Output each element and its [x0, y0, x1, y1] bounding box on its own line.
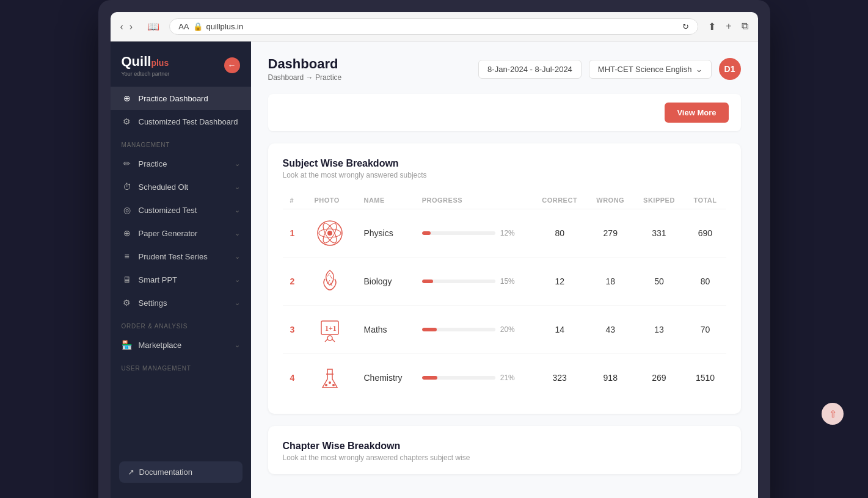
- user-management-section-label: USER MANAGEMENT: [111, 356, 251, 375]
- lock-icon: 🔒: [193, 22, 203, 31]
- progress-bar-2: 20%: [422, 325, 525, 334]
- svg-line-6: [330, 275, 332, 279]
- subject-icon-biology: [315, 266, 345, 297]
- subject-breakdown-card: Subject Wise Breakdown Look at the most …: [268, 143, 741, 414]
- svg-point-15: [325, 384, 327, 386]
- scroll-to-top-button[interactable]: ⇧: [822, 403, 844, 425]
- practice-icon: ✏: [122, 159, 133, 168]
- svg-point-16: [329, 381, 331, 384]
- progress-pct-2: 20%: [500, 325, 515, 334]
- svg-line-7: [327, 280, 330, 284]
- browser-nav: ‹ ›: [120, 21, 133, 32]
- settings-icon: ⚙: [122, 298, 133, 308]
- documentation-label: Documentation: [139, 467, 192, 477]
- practice-dashboard-label: Practice Dashboard: [139, 94, 208, 103]
- col-skipped: SKIPPED: [633, 192, 684, 209]
- progress-track-1: [422, 280, 495, 283]
- subject-breakdown-subtitle: Look at the most wrongly answered subjec…: [283, 171, 726, 179]
- browser-bar: ‹ › 📖 AA 🔒 quillplus.in ↻ ⬆ + ⧉: [111, 12, 758, 42]
- svg-point-17: [332, 384, 335, 386]
- total-0: 690: [684, 209, 726, 258]
- marketplace-label: Marketplace: [139, 341, 182, 350]
- skipped-1: 50: [633, 258, 684, 306]
- aa-label: AA: [178, 22, 189, 31]
- logo-tagline: Your edtech partner: [122, 71, 170, 77]
- svg-line-13: [332, 339, 335, 342]
- table-row: 2 Biology 15% 12: [283, 258, 726, 306]
- svg-point-1: [327, 231, 332, 236]
- sidebar-item-marketplace[interactable]: 🏪 Marketplace ⌄: [111, 333, 251, 356]
- sidebar-item-scheduled-olt[interactable]: ⏱ Scheduled Olt ⌄: [111, 175, 251, 198]
- new-tab-icon[interactable]: +: [726, 21, 731, 32]
- row-num-3: 4: [290, 373, 295, 383]
- col-progress: PROGRESS: [415, 192, 533, 209]
- progress-pct-0: 12%: [500, 229, 515, 237]
- scheduled-olt-label: Scheduled Olt: [139, 182, 189, 192]
- subject-filter-dropdown[interactable]: MHT-CET Science English ⌄: [589, 60, 712, 79]
- tabs-icon[interactable]: ⧉: [742, 21, 748, 32]
- breadcrumb-current: Practice: [315, 73, 341, 82]
- wrong-1: 18: [587, 258, 633, 306]
- svg-text:1+1: 1+1: [325, 324, 337, 333]
- back-button[interactable]: ‹: [120, 21, 123, 32]
- sidebar-item-smart-ppt[interactable]: 🖥 Smart PPT ⌄: [111, 268, 251, 291]
- prudent-test-label: Prudent Test Series: [139, 252, 208, 261]
- col-hash: #: [283, 192, 307, 209]
- main-content: Dashboard Dashboard → Practice 8-Jan-202…: [251, 42, 758, 498]
- sidebar-item-customized-test[interactable]: ◎ Customized Test ⌄: [111, 198, 251, 222]
- scheduled-olt-chevron: ⌄: [235, 183, 240, 191]
- page-title: Dashboard: [268, 56, 342, 72]
- total-2: 70: [684, 306, 726, 354]
- wrong-3: 918: [587, 354, 633, 402]
- sidebar-item-practice[interactable]: ✏ Practice ⌄: [111, 152, 251, 175]
- table-row: 4 Chemistry 21% 323 91: [283, 354, 726, 402]
- subject-breakdown-table: # PHOTO NAME PROGRESS CORRECT WRONG SKIP…: [283, 192, 726, 402]
- book-icon[interactable]: 📖: [147, 21, 159, 32]
- total-3: 1510: [684, 354, 726, 402]
- sidebar-item-customized-test-dashboard[interactable]: ⚙ Customized Test Dashboard: [111, 110, 251, 133]
- sidebar-item-prudent-test-series[interactable]: ≡ Prudent Test Series ⌄: [111, 245, 251, 268]
- skipped-3: 269: [633, 354, 684, 402]
- user-avatar: D1: [719, 58, 741, 80]
- sidebar-toggle-button[interactable]: ←: [224, 57, 240, 73]
- date-range-badge[interactable]: 8-Jan-2024 - 8-Jul-2024: [478, 60, 582, 79]
- page-header-left: Dashboard Dashboard → Practice: [268, 56, 342, 82]
- customized-test-chevron: ⌄: [235, 206, 240, 214]
- subject-filter-label: MHT-CET Science English: [598, 65, 692, 74]
- sidebar-bottom: ↗ Documentation: [111, 455, 251, 489]
- logo-plus: plus: [151, 58, 169, 68]
- refresh-icon[interactable]: ↻: [682, 22, 689, 31]
- svg-line-5: [327, 273, 330, 276]
- progress-track-3: [422, 376, 495, 380]
- url-text: quillplus.in: [206, 22, 244, 31]
- dropdown-chevron-icon: ⌄: [696, 65, 702, 74]
- svg-point-11: [327, 336, 332, 341]
- view-more-button[interactable]: View More: [665, 103, 728, 123]
- breadcrumb: Dashboard → Practice: [268, 73, 342, 82]
- prudent-test-chevron: ⌄: [235, 253, 240, 261]
- paper-generator-icon: ⊕: [122, 228, 133, 238]
- chapter-breakdown-title: Chapter Wise Breakdown: [283, 441, 726, 452]
- customized-test-label: Customized Test: [139, 206, 197, 215]
- subject-name-1: Biology: [363, 276, 392, 286]
- progress-bar-1: 15%: [422, 277, 525, 286]
- documentation-icon: ↗: [128, 467, 134, 477]
- scheduled-olt-icon: ⏱: [122, 182, 133, 192]
- share-icon[interactable]: ⬆: [708, 21, 716, 32]
- documentation-button[interactable]: ↗ Documentation: [119, 461, 243, 483]
- sidebar-item-settings[interactable]: ⚙ Settings ⌄: [111, 291, 251, 314]
- wrong-2: 43: [587, 306, 633, 354]
- sidebar-item-paper-generator[interactable]: ⊕ Paper Generator ⌄: [111, 222, 251, 245]
- subject-name-0: Physics: [363, 228, 393, 238]
- subject-name-3: Chemistry: [363, 373, 402, 383]
- row-num-1: 2: [290, 276, 295, 286]
- customized-test-dashboard-icon: ⚙: [122, 117, 133, 126]
- settings-label: Settings: [139, 298, 167, 308]
- sidebar-item-practice-dashboard[interactable]: ⊕ Practice Dashboard: [111, 87, 251, 110]
- sidebar-logo: Quill plus Your edtech partner ←: [111, 42, 251, 87]
- forward-button[interactable]: ›: [129, 21, 133, 32]
- smart-ppt-label: Smart PPT: [139, 275, 178, 284]
- table-row: 1 Physics 12% 80 279: [283, 209, 726, 258]
- prudent-test-icon: ≡: [122, 251, 133, 261]
- url-bar[interactable]: AA 🔒 quillplus.in ↻: [169, 18, 698, 35]
